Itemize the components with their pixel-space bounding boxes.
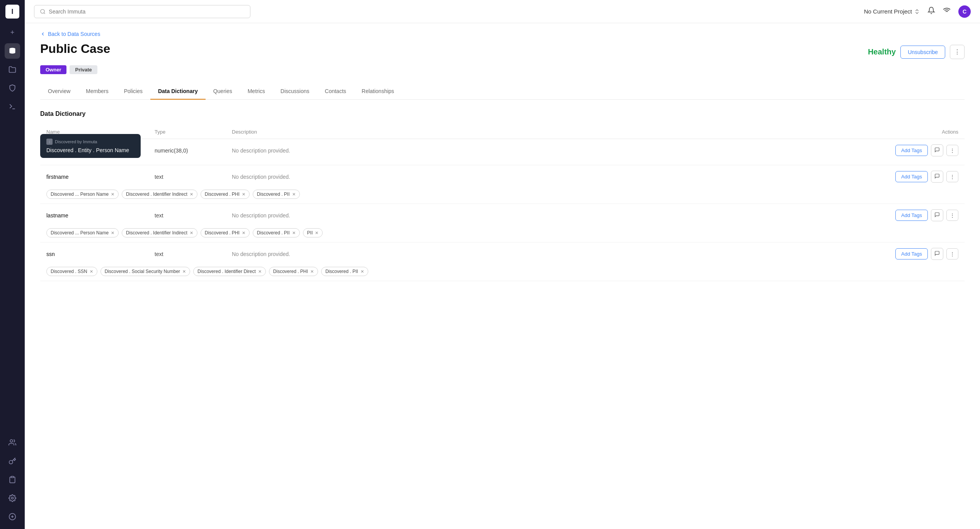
tab-discussions[interactable]: Discussions: [273, 83, 317, 100]
search-bar[interactable]: [34, 5, 250, 18]
sidebar-icon-key[interactable]: [5, 453, 20, 469]
tag-label: Discovered ... Person Name: [51, 230, 109, 236]
row-ssn: ssn text No description provided. Add Ta…: [40, 242, 965, 265]
search-input[interactable]: [49, 8, 245, 15]
sidebar-icon-people[interactable]: [5, 435, 20, 450]
row-more-button[interactable]: ⋮: [946, 145, 958, 156]
comment-button[interactable]: [931, 171, 943, 183]
sidebar-icon-add-circle[interactable]: [5, 509, 20, 524]
add-tags-button[interactable]: Add Tags: [895, 145, 928, 156]
row-id: id numeric(38,0) No description provided…: [40, 139, 965, 162]
tag-remove-button[interactable]: ✕: [90, 270, 93, 274]
sidebar-icon-database[interactable]: [5, 43, 20, 59]
tag-remove-button[interactable]: ✕: [242, 192, 245, 197]
broadcast-icon[interactable]: [943, 7, 951, 16]
row-firstname: firstname text No description provided. …: [40, 165, 965, 188]
project-label: No Current Project: [864, 8, 912, 15]
add-tags-button[interactable]: Add Tags: [895, 210, 928, 221]
tab-queries[interactable]: Queries: [206, 83, 240, 100]
tag-label: Discovered . Social Security Number: [105, 269, 180, 274]
row-more-button[interactable]: ⋮: [946, 248, 958, 259]
notifications-icon[interactable]: [927, 7, 935, 16]
tag-remove-button[interactable]: ✕: [190, 192, 193, 197]
private-badge[interactable]: Private: [70, 65, 97, 74]
row-firstname-name: firstname: [46, 174, 155, 180]
svg-line-9: [44, 12, 45, 14]
sidebar-icon-clipboard[interactable]: [5, 472, 20, 487]
page-title-area: Public Case: [40, 42, 110, 56]
tab-policies[interactable]: Policies: [116, 83, 150, 100]
sidebar-icon-folder[interactable]: [5, 62, 20, 77]
tag-label: Discovered . PII: [257, 192, 290, 197]
table-header: Name Type Description Actions: [40, 125, 965, 139]
tag-remove-button[interactable]: ✕: [182, 270, 186, 274]
page-header: Public Case Healthy Unsubscribe ⋮: [40, 42, 965, 59]
row-more-button[interactable]: ⋮: [946, 171, 958, 182]
chevron-updown-icon: [914, 9, 920, 14]
tooltip-area: i Discovered by Immuta Discovered . Enti…: [40, 162, 965, 165]
add-tags-button[interactable]: Add Tags: [895, 248, 928, 259]
search-icon: [40, 8, 46, 15]
user-avatar[interactable]: C: [958, 5, 971, 18]
tag-label: Discovered . SSN: [51, 269, 87, 274]
row-firstname-type: text: [155, 174, 232, 180]
project-selector[interactable]: No Current Project: [864, 8, 920, 15]
svg-point-2: [10, 440, 13, 443]
row-id-type: numeric(38,0): [155, 148, 232, 154]
tag-remove-button[interactable]: ✕: [315, 231, 318, 235]
more-actions-button[interactable]: ⋮: [950, 45, 965, 59]
tag-remove-button[interactable]: ✕: [111, 192, 114, 197]
row-ssn-name: ssn: [46, 251, 155, 257]
tag-remove-button[interactable]: ✕: [361, 270, 364, 274]
sidebar-icon-shield[interactable]: [5, 80, 20, 96]
sidebar-icon-terminal[interactable]: [5, 99, 20, 114]
tag-remove-button[interactable]: ✕: [292, 231, 296, 235]
tab-relationships[interactable]: Relationships: [354, 83, 402, 100]
badges-area: Owner Private: [40, 65, 965, 74]
tag-label: Discovered . Identifier Direct: [197, 269, 256, 274]
tag-chip: Discovered ... Person Name ✕: [46, 190, 119, 199]
sidebar-icon-settings[interactable]: [5, 490, 20, 506]
tooltip-icon: i: [46, 139, 53, 145]
back-to-data-sources[interactable]: Back to Data Sources: [40, 23, 965, 42]
tab-data-dictionary[interactable]: Data Dictionary: [150, 83, 206, 100]
row-firstname-desc: No description provided.: [232, 174, 889, 180]
svg-point-4: [12, 497, 14, 499]
tag-remove-button[interactable]: ✕: [310, 270, 314, 274]
add-tags-button[interactable]: Add Tags: [895, 171, 928, 182]
tab-members[interactable]: Members: [78, 83, 116, 100]
tag-remove-button[interactable]: ✕: [242, 231, 245, 235]
tab-contacts[interactable]: Contacts: [317, 83, 354, 100]
tag-remove-button[interactable]: ✕: [258, 270, 262, 274]
tag-chip: Discovered . PII ✕: [321, 267, 368, 276]
sidebar: I +: [0, 0, 25, 529]
app-layout: I +: [0, 0, 980, 529]
tag-remove-button[interactable]: ✕: [190, 231, 193, 235]
row-id-actions: Add Tags ⋮: [889, 144, 958, 156]
tooltip-text: Discovered . Entity . Person Name: [46, 147, 134, 153]
comment-button[interactable]: [931, 144, 943, 156]
tab-metrics[interactable]: Metrics: [240, 83, 273, 100]
comment-button[interactable]: [931, 209, 943, 221]
status-badge: Healthy: [868, 47, 896, 56]
owner-badge[interactable]: Owner: [40, 65, 66, 74]
row-id-desc: No description provided.: [232, 148, 889, 154]
row-firstname-actions: Add Tags ⋮: [889, 171, 958, 183]
tag-remove-button[interactable]: ✕: [111, 231, 114, 235]
unsubscribe-button[interactable]: Unsubscribe: [900, 46, 945, 59]
tag-label: Discovered . PHI: [273, 269, 308, 274]
svg-rect-3: [11, 476, 14, 478]
row-ssn-actions: Add Tags ⋮: [889, 248, 958, 260]
col-type: Type: [155, 129, 232, 135]
tag-remove-button[interactable]: ✕: [292, 192, 296, 197]
tag-label: PII: [307, 230, 313, 236]
row-more-button[interactable]: ⋮: [946, 210, 958, 221]
row-lastname-type: text: [155, 212, 232, 219]
tag-chip: Discovered . PHI ✕: [201, 190, 250, 199]
row-ssn-desc: No description provided.: [232, 251, 889, 257]
table-row: ssn text No description provided. Add Ta…: [40, 242, 965, 281]
sidebar-icon-add[interactable]: +: [5, 25, 20, 40]
app-logo[interactable]: I: [5, 5, 19, 19]
comment-button[interactable]: [931, 248, 943, 260]
tab-overview[interactable]: Overview: [40, 83, 78, 100]
